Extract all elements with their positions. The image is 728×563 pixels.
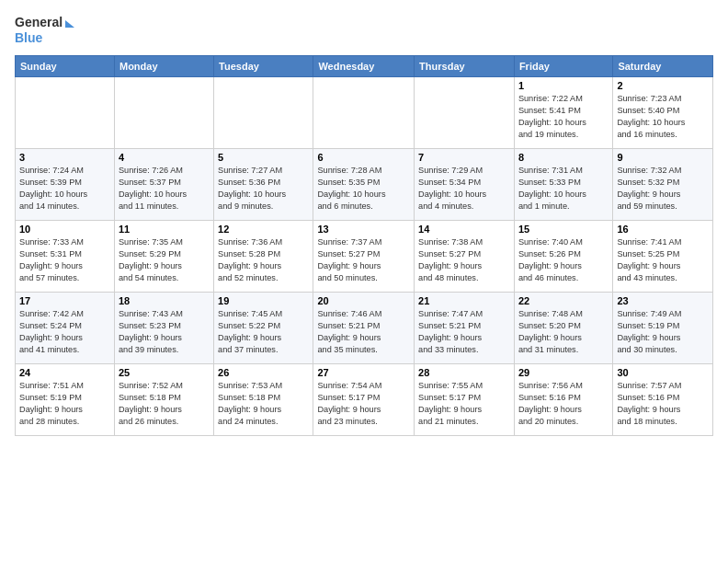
col-header-sunday: Sunday xyxy=(16,56,115,77)
calendar-cell: 7Sunrise: 7:29 AM Sunset: 5:34 PM Daylig… xyxy=(415,149,515,221)
day-info: Sunrise: 7:27 AM Sunset: 5:36 PM Dayligh… xyxy=(218,165,309,213)
col-header-wednesday: Wednesday xyxy=(313,56,415,77)
calendar-cell xyxy=(313,77,415,149)
calendar-cell: 4Sunrise: 7:26 AM Sunset: 5:37 PM Daylig… xyxy=(114,149,213,221)
calendar-cell: 21Sunrise: 7:47 AM Sunset: 5:21 PM Dayli… xyxy=(415,293,515,364)
calendar-cell: 30Sunrise: 7:57 AM Sunset: 5:16 PM Dayli… xyxy=(613,364,713,436)
calendar-cell: 28Sunrise: 7:55 AM Sunset: 5:17 PM Dayli… xyxy=(415,364,515,436)
day-number: 4 xyxy=(119,152,210,163)
day-number: 5 xyxy=(218,152,309,163)
day-info: Sunrise: 7:47 AM Sunset: 5:21 PM Dayligh… xyxy=(418,308,510,356)
day-number: 24 xyxy=(19,367,110,378)
header: GeneralBlue xyxy=(15,11,713,48)
calendar-cell: 6Sunrise: 7:28 AM Sunset: 5:35 PM Daylig… xyxy=(313,149,415,221)
day-number: 7 xyxy=(418,152,510,163)
col-header-monday: Monday xyxy=(114,56,213,77)
calendar-cell: 24Sunrise: 7:51 AM Sunset: 5:19 PM Dayli… xyxy=(16,364,115,436)
week-row-0: 1Sunrise: 7:22 AM Sunset: 5:41 PM Daylig… xyxy=(16,77,713,149)
calendar-cell: 5Sunrise: 7:27 AM Sunset: 5:36 PM Daylig… xyxy=(214,149,313,221)
day-info: Sunrise: 7:42 AM Sunset: 5:24 PM Dayligh… xyxy=(19,308,110,356)
day-info: Sunrise: 7:32 AM Sunset: 5:32 PM Dayligh… xyxy=(617,165,709,213)
calendar-cell xyxy=(415,77,515,149)
col-header-tuesday: Tuesday xyxy=(214,56,313,77)
calendar-cell xyxy=(114,77,213,149)
calendar-cell: 13Sunrise: 7:37 AM Sunset: 5:27 PM Dayli… xyxy=(313,221,415,293)
calendar-cell: 10Sunrise: 7:33 AM Sunset: 5:31 PM Dayli… xyxy=(16,221,115,293)
day-info: Sunrise: 7:31 AM Sunset: 5:33 PM Dayligh… xyxy=(518,165,609,213)
calendar-cell: 16Sunrise: 7:41 AM Sunset: 5:25 PM Dayli… xyxy=(613,221,713,293)
day-info: Sunrise: 7:56 AM Sunset: 5:16 PM Dayligh… xyxy=(518,380,609,428)
day-info: Sunrise: 7:54 AM Sunset: 5:17 PM Dayligh… xyxy=(317,380,410,428)
day-info: Sunrise: 7:36 AM Sunset: 5:28 PM Dayligh… xyxy=(218,236,309,284)
day-number: 22 xyxy=(518,295,609,306)
day-number: 21 xyxy=(418,295,510,306)
col-header-thursday: Thursday xyxy=(415,56,515,77)
day-info: Sunrise: 7:24 AM Sunset: 5:39 PM Dayligh… xyxy=(19,165,110,213)
calendar-cell: 15Sunrise: 7:40 AM Sunset: 5:26 PM Dayli… xyxy=(514,221,613,293)
day-info: Sunrise: 7:51 AM Sunset: 5:19 PM Dayligh… xyxy=(19,380,110,428)
calendar-cell: 23Sunrise: 7:49 AM Sunset: 5:19 PM Dayli… xyxy=(613,293,713,364)
day-number: 9 xyxy=(617,152,709,163)
calendar-cell: 18Sunrise: 7:43 AM Sunset: 5:23 PM Dayli… xyxy=(114,293,213,364)
logo: GeneralBlue xyxy=(15,11,79,48)
calendar-cell: 25Sunrise: 7:52 AM Sunset: 5:18 PM Dayli… xyxy=(114,364,213,436)
day-number: 8 xyxy=(518,152,609,163)
day-info: Sunrise: 7:48 AM Sunset: 5:20 PM Dayligh… xyxy=(518,308,609,356)
day-number: 19 xyxy=(218,295,309,306)
day-info: Sunrise: 7:55 AM Sunset: 5:17 PM Dayligh… xyxy=(418,380,510,428)
day-number: 3 xyxy=(19,152,110,163)
svg-text:General: General xyxy=(15,15,63,29)
calendar-cell xyxy=(16,77,115,149)
day-info: Sunrise: 7:41 AM Sunset: 5:25 PM Dayligh… xyxy=(617,236,709,284)
day-info: Sunrise: 7:38 AM Sunset: 5:27 PM Dayligh… xyxy=(418,236,510,284)
day-info: Sunrise: 7:22 AM Sunset: 5:41 PM Dayligh… xyxy=(518,93,609,141)
calendar-cell: 22Sunrise: 7:48 AM Sunset: 5:20 PM Dayli… xyxy=(514,293,613,364)
calendar-cell: 17Sunrise: 7:42 AM Sunset: 5:24 PM Dayli… xyxy=(16,293,115,364)
day-number: 17 xyxy=(19,295,110,306)
calendar-cell xyxy=(214,77,313,149)
calendar-cell: 14Sunrise: 7:38 AM Sunset: 5:27 PM Dayli… xyxy=(415,221,515,293)
calendar-cell: 1Sunrise: 7:22 AM Sunset: 5:41 PM Daylig… xyxy=(514,77,613,149)
day-info: Sunrise: 7:49 AM Sunset: 5:19 PM Dayligh… xyxy=(617,308,709,356)
svg-text:Blue: Blue xyxy=(15,30,43,45)
col-header-friday: Friday xyxy=(514,56,613,77)
day-number: 20 xyxy=(317,295,410,306)
calendar-cell: 19Sunrise: 7:45 AM Sunset: 5:22 PM Dayli… xyxy=(214,293,313,364)
day-info: Sunrise: 7:23 AM Sunset: 5:40 PM Dayligh… xyxy=(617,93,709,141)
week-row-2: 10Sunrise: 7:33 AM Sunset: 5:31 PM Dayli… xyxy=(16,221,713,293)
calendar-cell: 29Sunrise: 7:56 AM Sunset: 5:16 PM Dayli… xyxy=(514,364,613,436)
calendar-cell: 20Sunrise: 7:46 AM Sunset: 5:21 PM Dayli… xyxy=(313,293,415,364)
calendar-cell: 3Sunrise: 7:24 AM Sunset: 5:39 PM Daylig… xyxy=(16,149,115,221)
day-number: 12 xyxy=(218,224,309,235)
calendar-table: SundayMondayTuesdayWednesdayThursdayFrid… xyxy=(15,55,713,436)
day-info: Sunrise: 7:53 AM Sunset: 5:18 PM Dayligh… xyxy=(218,380,309,428)
day-info: Sunrise: 7:52 AM Sunset: 5:18 PM Dayligh… xyxy=(119,380,210,428)
day-info: Sunrise: 7:28 AM Sunset: 5:35 PM Dayligh… xyxy=(317,165,410,213)
week-row-4: 24Sunrise: 7:51 AM Sunset: 5:19 PM Dayli… xyxy=(16,364,713,436)
calendar-cell: 12Sunrise: 7:36 AM Sunset: 5:28 PM Dayli… xyxy=(214,221,313,293)
day-number: 2 xyxy=(617,80,709,91)
day-number: 25 xyxy=(119,367,210,378)
calendar-cell: 27Sunrise: 7:54 AM Sunset: 5:17 PM Dayli… xyxy=(313,364,415,436)
calendar-cell: 9Sunrise: 7:32 AM Sunset: 5:32 PM Daylig… xyxy=(613,149,713,221)
day-number: 15 xyxy=(518,224,609,235)
logo-svg: GeneralBlue xyxy=(15,11,79,48)
day-number: 30 xyxy=(617,367,709,378)
day-number: 29 xyxy=(518,367,609,378)
day-info: Sunrise: 7:33 AM Sunset: 5:31 PM Dayligh… xyxy=(19,236,110,284)
day-info: Sunrise: 7:37 AM Sunset: 5:27 PM Dayligh… xyxy=(317,236,410,284)
header-row: SundayMondayTuesdayWednesdayThursdayFrid… xyxy=(16,56,713,77)
day-number: 28 xyxy=(418,367,510,378)
calendar-cell: 11Sunrise: 7:35 AM Sunset: 5:29 PM Dayli… xyxy=(114,221,213,293)
day-number: 1 xyxy=(518,80,609,91)
week-row-3: 17Sunrise: 7:42 AM Sunset: 5:24 PM Dayli… xyxy=(16,293,713,364)
page: GeneralBlue SundayMondayTuesdayWednesday… xyxy=(0,0,728,563)
calendar-cell: 26Sunrise: 7:53 AM Sunset: 5:18 PM Dayli… xyxy=(214,364,313,436)
col-header-saturday: Saturday xyxy=(613,56,713,77)
day-info: Sunrise: 7:57 AM Sunset: 5:16 PM Dayligh… xyxy=(617,380,709,428)
calendar-cell: 8Sunrise: 7:31 AM Sunset: 5:33 PM Daylig… xyxy=(514,149,613,221)
day-number: 11 xyxy=(119,224,210,235)
day-info: Sunrise: 7:43 AM Sunset: 5:23 PM Dayligh… xyxy=(119,308,210,356)
day-info: Sunrise: 7:46 AM Sunset: 5:21 PM Dayligh… xyxy=(317,308,410,356)
week-row-1: 3Sunrise: 7:24 AM Sunset: 5:39 PM Daylig… xyxy=(16,149,713,221)
